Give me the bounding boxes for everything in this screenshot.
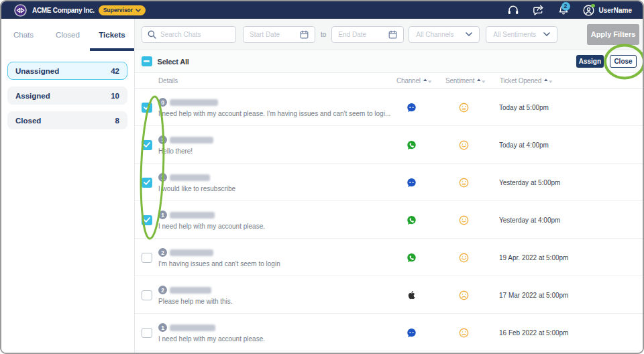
redacted-customer-name: [170, 174, 210, 181]
sentiments-select[interactable]: All Sentiments: [486, 26, 557, 43]
sentiment-sad-icon: [459, 290, 469, 300]
role-badge[interactable]: Supervisor: [99, 5, 146, 15]
check-mark-icon: [144, 142, 150, 148]
unread-count-badge: 0: [158, 98, 167, 107]
bulk-actions-bar: Select All Assign Close: [135, 50, 643, 73]
redacted-customer-name: [170, 99, 218, 106]
user-name: UserName: [599, 7, 632, 14]
ticket-opened-date: 16 Feb 2022 at 5:00pm: [499, 329, 568, 336]
sentiment-neutral-icon: [459, 178, 469, 188]
column-header-channel[interactable]: Channel: [396, 77, 432, 84]
sentiment-cell: [459, 328, 469, 338]
check-mark-icon: [144, 217, 150, 223]
ticket-opened-date: Today at 5:00pm: [499, 103, 549, 111]
row-checkbox[interactable]: [142, 178, 152, 188]
close-button[interactable]: Close: [610, 55, 637, 68]
online-presence-dot: [591, 4, 595, 8]
sentiment-happy-icon: [459, 253, 469, 263]
tab-closed[interactable]: Closed: [46, 19, 90, 51]
search-chats-input[interactable]: Search Chats: [142, 26, 236, 43]
queue-item-unassigned[interactable]: Unassigned 42: [7, 62, 127, 80]
unread-count-badge: 1: [158, 173, 167, 182]
row-checkbox[interactable]: [142, 253, 152, 263]
unread-count-badge: 1: [158, 211, 167, 219]
channel-cell: [407, 103, 417, 113]
channels-select-value: All Channels: [416, 31, 453, 38]
row-checkbox[interactable]: [142, 215, 152, 226]
row-checkbox[interactable]: [142, 103, 152, 113]
notifications-bell-icon[interactable]: 2: [558, 5, 569, 15]
unread-count-badge: 1: [158, 323, 167, 332]
ticket-message-preview: I would like to resubscribe: [158, 185, 235, 192]
sentiment-sad-icon: [459, 328, 469, 338]
tab-chats[interactable]: Chats: [1, 19, 46, 51]
headset-icon[interactable]: [507, 5, 519, 15]
queue-item-assigned[interactable]: Assigned 10: [7, 86, 127, 105]
end-date-input[interactable]: End Date: [331, 26, 404, 43]
ticket-row[interactable]: 2Please help me with this.17 Mar 2022 at…: [135, 276, 643, 314]
apple-icon: [407, 290, 417, 300]
queue-label: Assigned: [15, 92, 50, 100]
ticket-row[interactable]: 2I'm having issues and can't seem to log…: [135, 239, 643, 276]
ticket-message-preview: Hello there!: [158, 148, 193, 155]
queue-item-closed[interactable]: Closed 8: [7, 111, 127, 129]
ticket-row[interactable]: 1I need help with my account please.Yest…: [135, 201, 643, 239]
redacted-customer-name: [170, 287, 211, 294]
ticket-opened-date: 17 Mar 2022 at 5:00pm: [499, 291, 568, 298]
role-badge-label: Supervisor: [103, 7, 133, 13]
bulk-actions: Assign Close: [576, 55, 637, 68]
ticket-row[interactable]: 1I need help with my account please.16 F…: [135, 314, 643, 351]
ticket-row[interactable]: 1Hello there!Today at 4:00pm: [135, 126, 643, 164]
row-checkbox[interactable]: [142, 140, 152, 151]
calendar-icon: [388, 30, 397, 39]
messenger-icon: [407, 178, 417, 188]
channel-cell: [407, 328, 417, 338]
queue-count: 42: [111, 67, 119, 75]
column-header-details: Details: [158, 77, 178, 84]
assign-button[interactable]: Assign: [576, 55, 604, 68]
ticket-message-preview: I need help with my account please. I'm …: [158, 110, 390, 117]
tab-tickets[interactable]: Tickets: [90, 19, 134, 51]
queue-count: 10: [111, 92, 119, 100]
whatsapp-icon: [407, 253, 417, 263]
select-all-checkbox[interactable]: [142, 56, 152, 67]
queue-list: Unassigned 42 Assigned 10 Closed 8: [1, 51, 134, 129]
table-header: Details Channel Sentiment Tic: [135, 73, 643, 88]
calendar-icon: [300, 30, 309, 39]
row-checkbox[interactable]: [142, 290, 152, 301]
company-name: ACME Company Inc.: [32, 7, 95, 14]
messenger-icon: [407, 328, 417, 338]
user-avatar-icon[interactable]: [583, 5, 594, 16]
check-mark-icon: [144, 105, 150, 110]
row-checkbox[interactable]: [142, 328, 152, 339]
channels-select[interactable]: All Channels: [409, 26, 480, 43]
sentiment-cell: [459, 140, 469, 150]
messenger-icon: [407, 103, 417, 113]
queue-label: Unassigned: [15, 67, 59, 75]
date-range-to-label: to: [321, 31, 326, 38]
chevron-down-icon: [466, 32, 472, 36]
sort-arrows-icon: [544, 78, 553, 83]
ticket-message-preview: Please help me with this.: [158, 298, 233, 305]
select-all-label: Select All: [158, 58, 189, 66]
start-date-input[interactable]: Start Date: [243, 26, 315, 43]
channel-cell: [407, 253, 417, 263]
unread-count-badge: 2: [158, 286, 167, 294]
column-header-sentiment[interactable]: Sentiment: [445, 77, 486, 84]
column-header-ticket-opened[interactable]: Ticket Opened: [500, 77, 553, 84]
sentiment-cell: [459, 290, 469, 300]
ticket-row[interactable]: 1I would like to resubscribeYesterday at…: [135, 164, 643, 201]
check-mark-icon: [144, 180, 150, 185]
apply-filters-button[interactable]: Apply Filters: [587, 24, 639, 45]
indeterminate-mark-icon: [144, 60, 150, 62]
sentiment-happy-icon: [459, 140, 469, 150]
ticket-row[interactable]: 0I need help with my account please. I'm…: [135, 88, 643, 126]
sentiment-neutral-icon: [459, 103, 469, 113]
sort-arrows-icon: [477, 78, 486, 83]
share-chat-icon[interactable]: [533, 5, 545, 16]
chevron-down-icon: [543, 32, 550, 36]
unread-count-badge: 1: [158, 135, 167, 144]
main-panel: Search Chats Start Date to End Date: [135, 19, 643, 353]
sentiment-happy-icon: [459, 215, 469, 225]
channel-cell: [407, 215, 417, 225]
